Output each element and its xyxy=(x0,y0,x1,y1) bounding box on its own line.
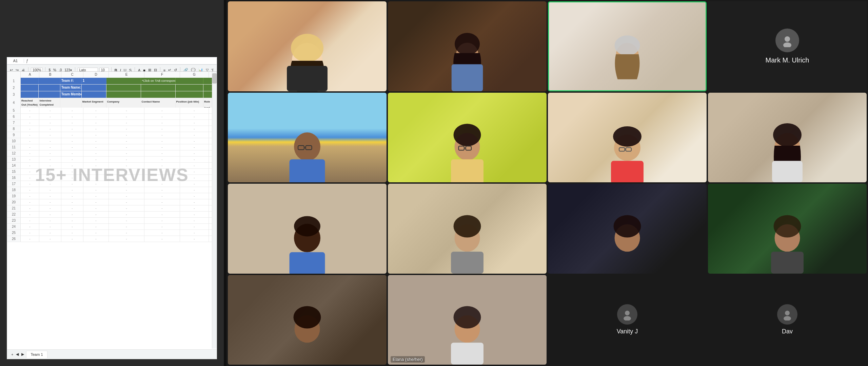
data-row-10: 10-------- xyxy=(7,138,217,144)
participant-name-16: Dav xyxy=(782,328,793,335)
data-row-13: 13-------- xyxy=(7,157,217,163)
participant-name-15: Vanity J xyxy=(617,328,638,335)
team-name-label: Team Name: xyxy=(60,85,82,91)
video-cell-6 xyxy=(388,93,547,183)
video-cell-11 xyxy=(548,184,707,274)
svg-rect-14 xyxy=(290,160,325,182)
data-row-17: 17-------- xyxy=(7,181,217,187)
data-row-25: 25-------- xyxy=(7,230,217,236)
video-cell-4: Mark M. Ulrich xyxy=(708,1,867,91)
data-row-18: 18-------- xyxy=(7,187,217,193)
svg-point-8 xyxy=(785,36,790,42)
data-row-19: 19-------- xyxy=(7,193,217,199)
row-3: 3 Team Members: xyxy=(7,91,217,98)
data-row-11: 11-------- xyxy=(7,144,217,150)
svg-point-31 xyxy=(294,216,320,236)
data-row-9: 9-------- xyxy=(7,132,217,138)
svg-point-34 xyxy=(454,215,481,237)
participant-name-4: Mark M. Ulrich xyxy=(766,56,809,64)
video-cell-14: Elana (she/her) xyxy=(388,275,547,365)
data-rows: 5--------6--------7--------8--------9---… xyxy=(7,108,217,242)
svg-point-49 xyxy=(784,316,791,321)
svg-point-7 xyxy=(615,35,640,55)
video-cell-3 xyxy=(548,1,707,91)
data-row-16: 16-------- xyxy=(7,175,217,181)
svg-point-37 xyxy=(614,215,641,237)
data-row-6: 6-------- xyxy=(7,114,217,120)
formula-icon: ƒ xyxy=(24,58,31,63)
col-header-c: C xyxy=(61,72,83,78)
vertical-scrollbar[interactable] xyxy=(212,72,217,349)
click-hint: *Click on TAB corresponding to your team… xyxy=(141,78,176,84)
row-4: 4 Reached Out (Yes/No) Interview Complet… xyxy=(7,98,217,108)
svg-point-39 xyxy=(774,215,801,237)
data-row-23: 23-------- xyxy=(7,218,217,224)
svg-point-42 xyxy=(294,306,321,329)
svg-point-16 xyxy=(454,124,481,146)
svg-point-47 xyxy=(624,316,631,321)
video-cell-1 xyxy=(228,1,387,91)
team-members-label: Team Members: xyxy=(60,91,82,98)
col-header-e: E xyxy=(109,72,144,78)
col-header-f: F xyxy=(144,72,180,78)
video-cell-15: Vanity J xyxy=(548,275,707,365)
data-row-22: 22-------- xyxy=(7,212,217,218)
video-cell-8 xyxy=(708,93,867,183)
svg-rect-29 xyxy=(772,161,803,182)
tab-prev-icon[interactable]: ◀ xyxy=(15,352,19,356)
sheet-tab-team1[interactable]: Team 1 xyxy=(26,351,47,358)
spreadsheet-grid[interactable]: A B C D E F G H 1 Team #: 1 *Click on TA… xyxy=(7,71,217,359)
svg-point-9 xyxy=(783,42,791,47)
video-cell-2 xyxy=(388,1,547,91)
svg-rect-35 xyxy=(451,252,484,273)
panel-divider xyxy=(224,0,226,366)
svg-rect-40 xyxy=(771,252,804,273)
svg-point-46 xyxy=(625,311,630,315)
data-row-14: 14-------- xyxy=(7,163,217,169)
svg-point-48 xyxy=(785,311,790,315)
sheet-tabs[interactable]: + ◀ ▶ Team 1 xyxy=(7,349,217,359)
svg-point-44 xyxy=(454,306,481,329)
video-cell-10 xyxy=(388,184,547,274)
col-header-a: A xyxy=(21,72,39,78)
video-grid: Mark M. Ulrich xyxy=(226,0,868,366)
column-headers: A B C D E F G H xyxy=(7,72,217,78)
row-2: 2 Team Name: xyxy=(7,85,217,91)
svg-rect-5 xyxy=(452,64,483,91)
video-cell-5 xyxy=(228,93,387,183)
svg-point-1 xyxy=(291,34,323,62)
team-label: Team #: xyxy=(60,78,82,84)
data-row-5: 5-------- xyxy=(7,108,217,114)
cell-reference[interactable]: A1 xyxy=(7,59,24,63)
col-header-b: B xyxy=(39,72,61,78)
formula-bar[interactable]: A1 ƒ xyxy=(7,57,217,65)
scroll-thumb[interactable] xyxy=(212,73,217,84)
svg-point-22 xyxy=(613,126,642,147)
spreadsheet-panel: ↩ ↪ 🖨 100% $ % .0 123▾ Lato 10 B I U S A… xyxy=(0,0,224,366)
data-row-24: 24-------- xyxy=(7,224,217,230)
svg-rect-26 xyxy=(611,161,644,182)
svg-rect-45 xyxy=(451,343,484,365)
svg-rect-20 xyxy=(451,160,484,182)
svg-rect-2 xyxy=(287,66,328,91)
video-cell-12 xyxy=(708,184,867,274)
col-header-d: D xyxy=(83,72,109,78)
data-row-21: 21-------- xyxy=(7,205,217,212)
data-row-7: 7-------- xyxy=(7,120,217,126)
row-1: 1 Team #: 1 *Click on TAB corresponding … xyxy=(7,78,217,85)
tab-add-icon[interactable]: + xyxy=(11,352,14,356)
video-cell-9 xyxy=(228,184,387,274)
data-row-8: 8-------- xyxy=(7,126,217,132)
team-value: 1 xyxy=(82,78,106,84)
tab-next-icon[interactable]: ▶ xyxy=(21,352,25,356)
col-header-g: G xyxy=(180,72,209,78)
data-row-12: 12-------- xyxy=(7,150,217,157)
video-cell-13 xyxy=(228,275,387,365)
video-cell-16: Dav xyxy=(708,275,867,365)
participant-name-14: Elana (she/her) xyxy=(391,356,425,363)
video-cell-7 xyxy=(548,93,707,183)
data-row-15: 15-------- xyxy=(7,169,217,175)
svg-point-4 xyxy=(455,33,480,55)
data-row-20: 20-------- xyxy=(7,199,217,205)
data-row-26: 26-------- xyxy=(7,236,217,242)
